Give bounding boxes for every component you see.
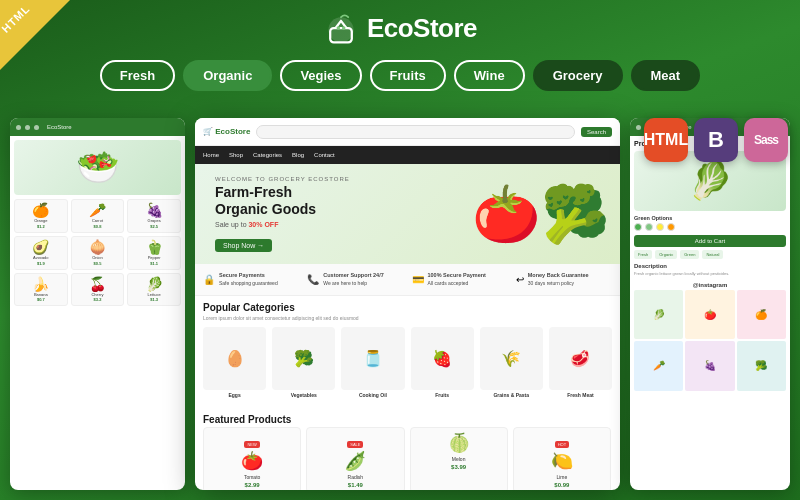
list-item[interactable]: 🍇 Grapes $2.5 [127, 199, 181, 233]
nav-pills: FreshOrganicVegiesFruitsWineGroceryMeat [100, 60, 700, 91]
mockup-center: 🛒 EcoStore Search HomeShopCategoriesBlog… [195, 118, 620, 490]
nav-pill-wine[interactable]: Wine [454, 60, 525, 91]
instagram-section: @instagram 🥬🍅🍊🥕🍇🥦 [634, 282, 786, 391]
product-price: $0.5 [75, 261, 121, 266]
list-item[interactable]: 🥑 Avocado $1.9 [14, 236, 68, 270]
mockup-left-body: 🥗 🍊 Orange $1.2🥕 Carrot $0.8🍇 Grapes $2.… [10, 136, 185, 310]
featured-products-list: NEW 🍅 Tomato $2.99SALE 🫛 Radish $1.49 🍈 … [203, 427, 612, 490]
product-image: 🍅 [208, 450, 296, 472]
product-name: Radish [311, 474, 399, 480]
feature-text: Money Back Guarantee 30 days return poli… [528, 272, 589, 287]
list-item[interactable]: 🥕 Carrot $0.8 [71, 199, 125, 233]
nav-item-home[interactable]: Home [203, 152, 219, 158]
product-price: $2.99 [208, 482, 296, 488]
product-price: $1.9 [18, 261, 64, 266]
list-item[interactable]: 🧅 Onion $0.5 [71, 236, 125, 270]
category-item[interactable]: 🌾 Grains & Pasta [480, 327, 543, 398]
dot3 [34, 125, 39, 130]
color-swatch[interactable] [645, 223, 653, 231]
category-item[interactable]: 🥩 Fresh Meat [549, 327, 612, 398]
features-bar: 🔒 Secure Payments Safe shopping guarante… [195, 264, 620, 296]
category-item[interactable]: 🫙 Cooking Oil [341, 327, 404, 398]
nav-item-categories[interactable]: Categories [253, 152, 282, 158]
center-search-btn[interactable]: Search [581, 127, 612, 137]
product-icon: 🍒 [75, 277, 121, 291]
center-search-bar[interactable] [256, 125, 575, 139]
nav-pill-organic[interactable]: Organic [183, 60, 272, 91]
category-item[interactable]: 🥦 Vegetables [272, 327, 335, 398]
left-mockup-logo: EcoStore [47, 124, 72, 130]
nav-pill-meat[interactable]: Meat [631, 60, 701, 91]
categories-list: 🥚 Eggs🥦 Vegetables🫙 Cooking Oil🍓 Fruits🌾… [203, 327, 612, 398]
product-price: $0.7 [18, 297, 64, 302]
hero-cta-btn[interactable]: Shop Now → [215, 239, 272, 252]
nav-pill-fruits[interactable]: Fruits [370, 60, 446, 91]
product-icon: 🥬 [131, 277, 177, 291]
list-item[interactable]: 🍒 Cherry $3.2 [71, 273, 125, 307]
category-name: Fresh Meat [549, 392, 612, 398]
category-image: 🥩 [549, 327, 612, 390]
hero-text: WELCOME TO GROCERY ECOSTORE Farm-FreshOr… [215, 176, 350, 252]
list-item[interactable]: 🍌 Banana $0.7 [14, 273, 68, 307]
product-price: $3.99 [415, 464, 503, 470]
list-item[interactable]: 🫑 Pepper $1.1 [127, 236, 181, 270]
category-name: Eggs [203, 392, 266, 398]
product-badge: HOT [555, 441, 569, 448]
product-options: Green Options [634, 215, 786, 231]
category-name: Vegetables [272, 392, 335, 398]
product-name: Melon [415, 456, 503, 462]
product-image: 🍈 [415, 432, 503, 454]
product-tag: Green [680, 250, 699, 259]
instagram-item: 🥦 [737, 341, 786, 390]
options-title: Green Options [634, 215, 786, 221]
mockup-center-header: 🛒 EcoStore Search [195, 118, 620, 146]
feature-text: Customer Support 24/7 We are here to hel… [323, 272, 384, 287]
header: EcoStore FreshOrganicVegiesFruitsWineGro… [0, 0, 800, 120]
table-row[interactable]: NEW 🍅 Tomato $2.99 [203, 427, 301, 490]
product-price: $1.1 [131, 261, 177, 266]
product-price: $2.5 [131, 224, 177, 229]
nav-item-contact[interactable]: Contact [314, 152, 335, 158]
table-row[interactable]: SALE 🫛 Radish $1.49 [306, 427, 404, 490]
product-tag: Fresh [634, 250, 652, 259]
table-row[interactable]: 🍈 Melon $3.99 [410, 427, 508, 490]
feature-text: 100% Secure Payment All cards accepted [428, 272, 486, 287]
mockup-right: EcoStore Product Detail 🥬 Green Options … [630, 118, 790, 490]
color-swatches [634, 223, 786, 231]
table-row[interactable]: HOT 🍋 Lime $0.99 [513, 427, 611, 490]
desc-text: Fresh organic lettuce grown locally with… [634, 271, 786, 277]
color-swatch[interactable] [667, 223, 675, 231]
nav-item-shop[interactable]: Shop [229, 152, 243, 158]
category-item[interactable]: 🍓 Fruits [411, 327, 474, 398]
product-badge: SALE [347, 441, 363, 448]
product-badge: NEW [244, 441, 259, 448]
feature-title: Customer Support 24/7 [323, 272, 384, 280]
add-to-cart-btn[interactable]: Add to Cart [634, 235, 786, 247]
product-price: $3.2 [75, 297, 121, 302]
sass-tech-badge: Sass [744, 118, 788, 162]
center-logo: 🛒 EcoStore [203, 127, 250, 136]
product-icon: 🥕 [75, 203, 121, 217]
category-image: 🌾 [480, 327, 543, 390]
feature-item: 📞 Customer Support 24/7 We are here to h… [307, 272, 403, 287]
category-image: 🫙 [341, 327, 404, 390]
category-item[interactable]: 🥚 Eggs [203, 327, 266, 398]
svg-point-2 [336, 26, 340, 30]
feature-item: ↩ Money Back Guarantee 30 days return po… [516, 272, 612, 287]
list-item[interactable]: 🍊 Orange $1.2 [14, 199, 68, 233]
nav-pill-vegies[interactable]: Vegies [280, 60, 361, 91]
categories-title: Popular Categories [203, 302, 612, 313]
product-description: Description Fresh organic lettuce grown … [634, 263, 786, 277]
mockup-product-grid: 🍊 Orange $1.2🥕 Carrot $0.8🍇 Grapes $2.5🥑… [14, 199, 181, 306]
nav-item-blog[interactable]: Blog [292, 152, 304, 158]
dot2 [25, 125, 30, 130]
insta-title: @instagram [634, 282, 786, 288]
nav-pill-fresh[interactable]: Fresh [100, 60, 175, 91]
feature-icon: 📞 [307, 274, 319, 285]
list-item[interactable]: 🥬 Lettuce $1.3 [127, 273, 181, 307]
insta-grid: 🥬🍅🍊🥕🍇🥦 [634, 290, 786, 391]
nav-pill-grocery[interactable]: Grocery [533, 60, 623, 91]
color-swatch[interactable] [634, 223, 642, 231]
color-swatch[interactable] [656, 223, 664, 231]
product-name: Tomato [208, 474, 296, 480]
